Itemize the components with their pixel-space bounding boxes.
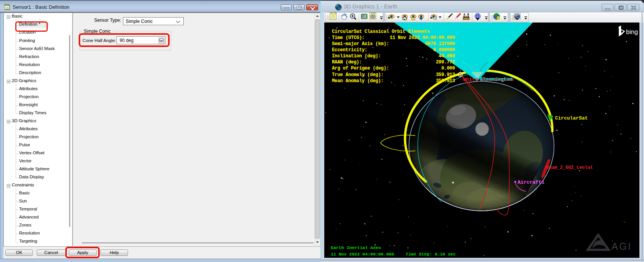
svg-text:CircularSat: CircularSat xyxy=(555,115,588,121)
svg-text:Aircraft1: Aircraft1 xyxy=(518,180,544,185)
svg-text:A: A xyxy=(464,13,466,16)
svg-text:11 Nov 2022 04:00:00.000: 11 Nov 2022 04:00:00.000 xyxy=(331,252,394,257)
svg-text:True Anomaly (deg):: True Anomaly (deg): xyxy=(332,72,383,78)
svg-text:Semi-major Axis (km):: Semi-major Axis (km): xyxy=(332,41,389,47)
svg-text:Earth Inertial Axes: Earth Inertial Axes xyxy=(331,245,381,250)
svg-text:Bloomington: Bloomington xyxy=(480,76,513,82)
svg-text:299.772: 299.772 xyxy=(436,60,455,65)
svg-text:Arg of Perigee (deg):: Arg of Perigee (deg): xyxy=(332,66,389,71)
svg-text:0.000: 0.000 xyxy=(441,66,455,71)
svg-text:359.913: 359.913 xyxy=(436,72,455,78)
svg-text:Mean Anomaly (deg):: Mean Anomaly (deg): xyxy=(332,78,383,84)
svg-text:44.890: 44.890 xyxy=(439,53,455,59)
svg-text:11 Nov 2022 04:00:00.000: 11 Nov 2022 04:00:00.000 xyxy=(390,35,455,40)
svg-text:RAAN (deg):: RAAN (deg): xyxy=(332,60,362,65)
svg-text:Guam_2_GU2_Leolut: Guam_2_GU2_Leolut xyxy=(546,165,593,170)
svg-text:Eccentricity:: Eccentricity: xyxy=(332,47,367,53)
svg-text:Time (UTCG):: Time (UTCG): xyxy=(332,35,364,40)
svg-text:Inclination (deg):: Inclination (deg): xyxy=(332,53,381,59)
svg-text:B: B xyxy=(468,13,469,16)
svg-text:AGI: AGI xyxy=(612,241,632,252)
svg-text:bing: bing xyxy=(626,28,638,35)
svg-text:6878.137000: 6878.137000 xyxy=(425,41,455,47)
svg-text:0.000000: 0.000000 xyxy=(433,47,455,53)
svg-text:Time Step: 0.10 sec: Time Step: 0.10 sec xyxy=(406,252,456,257)
svg-text:CircularSat Classical Orbit El: CircularSat Classical Orbit Elements xyxy=(332,29,430,34)
svg-text:359.913: 359.913 xyxy=(436,78,455,84)
